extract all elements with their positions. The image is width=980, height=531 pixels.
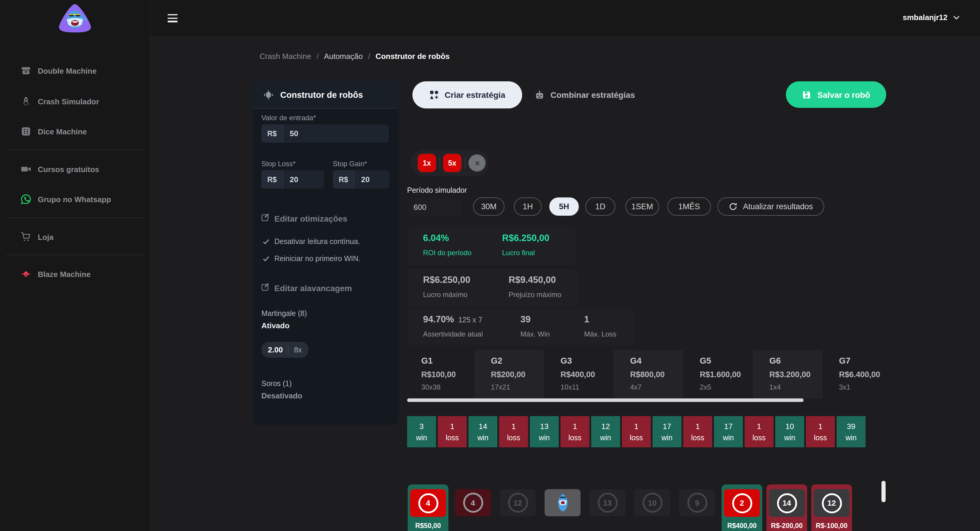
robot-builder-panel: Construtor de robôs Valor de entrada* R$… xyxy=(253,81,398,425)
breadcrumb-item[interactable]: Crash Machine xyxy=(259,52,311,61)
result-tile[interactable]: 12win xyxy=(591,416,620,447)
stop-gain-field[interactable]: R$ xyxy=(333,170,390,189)
chip-divider xyxy=(465,157,466,169)
candlestick-icon xyxy=(262,89,274,100)
round-card-loss-selected[interactable]: 14 R$-200,00 xyxy=(767,485,807,531)
max-win-value: 39 xyxy=(520,314,531,325)
tab-label: Combinar estratégias xyxy=(550,90,635,100)
martingale-chip[interactable]: 2.00 8x xyxy=(261,342,308,358)
optimization-label: Desativar leitura contínua. xyxy=(274,238,360,246)
multiplier-chip-1x[interactable]: 1x xyxy=(418,154,436,172)
round-multiplier: 12 xyxy=(822,493,842,513)
entry-value-input[interactable] xyxy=(283,124,389,143)
clear-multipliers-button[interactable] xyxy=(468,154,485,171)
stop-loss-input[interactable] xyxy=(283,170,324,189)
roi-value: 6.04% xyxy=(423,233,449,243)
result-tile[interactable]: 14win xyxy=(468,416,497,447)
optimization-item[interactable]: Reiniciar no primeiro WIN. xyxy=(262,255,361,263)
round-card[interactable]: 12 xyxy=(497,485,538,531)
sidebar-item-label: Cursos gratuitos xyxy=(38,165,99,174)
refresh-results-button[interactable]: Atualizar resultados xyxy=(718,197,824,216)
sidebar-item-double-machine[interactable]: Double Machine xyxy=(0,63,150,78)
save-robot-button[interactable]: Salvar o robô xyxy=(786,81,886,108)
gale-record: 1x4 xyxy=(769,383,781,392)
result-tile[interactable]: 1loss xyxy=(806,416,835,447)
period-option-30m[interactable]: 30M xyxy=(473,197,504,216)
max-drawdown-label: Prejuízo máximo xyxy=(509,290,562,299)
sidebar-item-label: Dice Machine xyxy=(38,127,87,136)
gale-record: 30x38 xyxy=(421,383,441,392)
result-tile[interactable]: 17win xyxy=(714,416,743,447)
period-option-1mes[interactable]: 1MÊS xyxy=(667,197,711,216)
period-value-field[interactable] xyxy=(407,198,462,216)
chip-divider xyxy=(288,346,289,354)
tab-combinar-estrategias[interactable]: Combinar estratégias xyxy=(535,87,635,103)
gale-levels-table: G1 R$100,00 30x38 G2 R$200,00 17x21 G3 R… xyxy=(405,350,886,398)
breadcrumb-separator: / xyxy=(317,52,318,61)
gale-record: 17x21 xyxy=(491,383,510,392)
sidebar-item-label: Double Machine xyxy=(38,66,97,75)
panel-title: Construtor de robôs xyxy=(280,90,363,99)
gale-value: R$1.600,00 xyxy=(700,370,741,379)
round-card-shark[interactable] xyxy=(542,485,583,531)
edit-leverage-button[interactable]: Editar alavancagem xyxy=(261,283,352,293)
period-option-1d[interactable]: 1D xyxy=(585,197,616,216)
sidebar-item-crash-simulador[interactable]: Crash Simulador xyxy=(0,94,150,109)
gale-value: R$400,00 xyxy=(560,370,595,379)
stats-roi-panel: 6.04% ROI do período R$6.250,00 Lucro fi… xyxy=(407,227,575,265)
period-option-5h-active[interactable]: 5H xyxy=(549,197,579,216)
result-tile[interactable]: 10win xyxy=(775,416,804,447)
gale-column-g1: G1 R$100,00 30x38 xyxy=(405,350,474,398)
tab-criar-estrategia[interactable]: Criar estratégia xyxy=(412,81,522,108)
optimization-item[interactable]: Desativar leitura contínua. xyxy=(262,238,360,246)
stop-loss-field[interactable]: R$ xyxy=(261,170,324,189)
breadcrumb-item[interactable]: Automação xyxy=(324,52,363,61)
result-tile[interactable]: 1loss xyxy=(438,416,467,447)
round-card[interactable]: 13 xyxy=(587,485,628,531)
multiplier-chip-5x[interactable]: 5x xyxy=(443,154,461,172)
user-menu[interactable]: smbalanjr12 xyxy=(903,13,960,22)
results-sequence: 3win 1loss 14win 1loss 13win 1loss 12win… xyxy=(407,416,865,447)
period-option-1sem[interactable]: 1SEM xyxy=(625,197,659,216)
result-tile[interactable]: 3win xyxy=(407,416,436,447)
horizontal-scrollbar[interactable] xyxy=(407,398,803,402)
result-tile[interactable]: 39win xyxy=(837,416,865,447)
round-multiplier: 12 xyxy=(508,493,528,513)
hamburger-menu-button[interactable] xyxy=(167,14,178,24)
rocket-icon xyxy=(20,95,32,107)
round-card[interactable]: 10 xyxy=(632,485,673,531)
sidebar xyxy=(0,0,150,531)
brand-logo[interactable] xyxy=(56,3,94,33)
gale-name: G1 xyxy=(421,356,433,365)
result-tile[interactable]: 17win xyxy=(652,416,681,447)
sidebar-item-blaze-machine[interactable]: Blaze Machine xyxy=(0,266,150,282)
result-tile[interactable]: 1loss xyxy=(560,416,589,447)
period-option-1h[interactable]: 1H xyxy=(514,197,542,216)
result-tile[interactable]: 1loss xyxy=(745,416,773,447)
round-card[interactable]: 9 xyxy=(677,485,718,531)
sidebar-item-loja[interactable]: Loja xyxy=(0,229,150,244)
result-tile[interactable]: 1loss xyxy=(683,416,712,447)
round-card-win-selected[interactable]: 4 R$50,00 xyxy=(408,485,449,531)
sidebar-item-dice-machine[interactable]: Dice Machine xyxy=(0,124,150,139)
username-label: smbalanjr12 xyxy=(903,13,948,22)
sidebar-divider xyxy=(6,217,144,218)
sidebar-item-cursos-gratuitos[interactable]: Cursos gratuitos xyxy=(0,162,150,177)
round-card-loss-dim[interactable]: 4 xyxy=(453,485,493,531)
edit-optimizations-button[interactable]: Editar otimizações xyxy=(261,213,347,223)
pencil-square-icon xyxy=(261,213,270,223)
result-tile[interactable]: 1loss xyxy=(622,416,651,447)
sidebar-item-grupo-whatsapp[interactable]: Grupo no Whatsapp xyxy=(0,192,150,207)
entry-value-field[interactable]: R$ xyxy=(261,124,389,143)
final-profit-value: R$6.250,00 xyxy=(502,233,549,243)
gale-record: 2x5 xyxy=(700,383,711,392)
final-profit-label: Lucro final xyxy=(502,249,535,257)
round-card-loss-selected[interactable]: 12 R$-100,00 xyxy=(811,485,852,531)
round-card-win-selected[interactable]: 2 R$400,00 xyxy=(722,485,762,531)
stop-gain-input[interactable] xyxy=(355,170,390,189)
vertical-scrollbar[interactable] xyxy=(881,481,886,502)
soros-label: Soros (1) xyxy=(261,380,292,388)
period-input[interactable] xyxy=(407,198,456,216)
result-tile[interactable]: 13win xyxy=(530,416,559,447)
result-tile[interactable]: 1loss xyxy=(499,416,528,447)
